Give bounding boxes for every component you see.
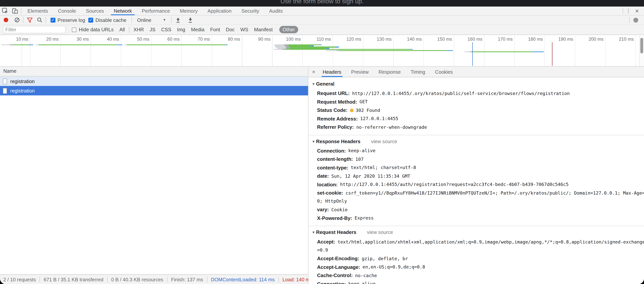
header-value: text/html; charset=utf-8 — [351, 165, 416, 170]
divider — [167, 276, 167, 282]
waterfall-bar-waiting_ttfb — [290, 48, 326, 49]
filter-type-img[interactable]: Img — [177, 27, 185, 33]
tab-audits[interactable]: Audits — [266, 7, 286, 15]
waterfall-bar-content_download — [29, 44, 33, 45]
request-headers-section-header[interactable]: ▾Request Headersview source — [312, 229, 644, 235]
filter-type-manifest[interactable]: Manifest — [254, 27, 272, 33]
header-value: http://127.0.0.1:4455/auth/registration?… — [340, 182, 568, 187]
settings-gear-icon[interactable] — [631, 16, 640, 24]
disable-cache-label: Disable cache — [96, 17, 126, 23]
header-row: Referrer Policy:no-referrer-when-downgra… — [317, 123, 644, 131]
divider — [171, 17, 172, 23]
tab-elements[interactable]: Elements — [25, 7, 51, 15]
divider — [623, 8, 623, 14]
triangle-down-icon: ▾ — [312, 82, 314, 86]
waterfall-bar-queueing — [276, 47, 286, 48]
details-tab-preview[interactable]: Preview — [350, 67, 370, 77]
tab-security[interactable]: Security — [239, 7, 262, 15]
header-row: Remote Address:127.0.0.1:4455 — [317, 115, 644, 123]
header-value: Sun, 12 Apr 2020 11:35:34 GMT — [332, 173, 410, 179]
details-tab-timing[interactable]: Timing — [410, 67, 426, 77]
waterfall-overview — [0, 35, 639, 66]
details-tab-response[interactable]: Response — [378, 67, 402, 77]
header-row: X-Powered-By:Express — [317, 214, 644, 222]
network-filter-bar: Hide data URLs All XHR JS CSS Img Media … — [0, 25, 644, 35]
waterfall-bar-queueing — [275, 44, 284, 45]
filter-type-css[interactable]: CSS — [161, 27, 171, 33]
waterfall-bar-stalled — [282, 49, 286, 50]
tab-console[interactable]: Console — [55, 7, 79, 15]
preserve-log-checkbox[interactable]: ✓ — [50, 18, 56, 23]
divider — [629, 17, 630, 23]
close-devtools-icon[interactable]: × — [632, 7, 642, 15]
header-row: Request Method:GET — [317, 98, 644, 106]
waterfall-bar-waiting_ttfb — [127, 44, 225, 45]
request-row-selected[interactable]: registration — [0, 86, 308, 95]
tab-performance[interactable]: Performance — [139, 7, 173, 15]
triangle-down-icon: ▾ — [312, 230, 314, 234]
request-headers-rows: Accept:text/html,application/xhtml+xml,a… — [312, 238, 644, 284]
tab-application[interactable]: Application — [204, 7, 234, 15]
response-headers-section-header[interactable]: ▾Response Headersview source — [312, 138, 644, 144]
summary-load: Load: 140 ms — [282, 276, 312, 282]
waterfall-bar-stalled — [286, 48, 290, 49]
header-key: content-type: — [317, 165, 348, 171]
waterfall-bar-waiting_ttfb — [38, 44, 116, 45]
filter-input[interactable] — [3, 26, 66, 33]
disable-cache-checkbox[interactable]: ✓ — [88, 18, 94, 23]
waterfall-bar-waiting_ttfb — [472, 51, 532, 52]
inspect-element-icon[interactable] — [0, 7, 10, 15]
search-icon[interactable] — [34, 16, 44, 24]
network-summary-bar: 2 / 10 requests 671 B / 35.1 KB transfer… — [0, 274, 308, 284]
request-headers-title: Request Headers — [316, 229, 356, 235]
waterfall-bar-content_download — [225, 44, 228, 45]
record-button[interactable] — [4, 18, 8, 22]
header-row: set-cookie:csrf_token=y1//BqpRxuFY8Hw418… — [317, 189, 644, 197]
divider — [278, 276, 279, 282]
device-toolbar-icon[interactable] — [10, 7, 20, 15]
network-overview[interactable]: 10 ms20 ms30 ms40 ms50 ms60 ms70 ms80 ms… — [0, 35, 644, 67]
filter-type-media[interactable]: Media — [191, 27, 204, 33]
close-details-icon[interactable]: × — [312, 69, 315, 75]
header-key: Accept-Language: — [317, 264, 360, 270]
divider — [131, 17, 132, 23]
export-har-icon[interactable] — [185, 16, 195, 24]
import-har-icon[interactable] — [173, 16, 183, 24]
filter-type-all[interactable]: All — [120, 27, 125, 33]
document-icon — [3, 88, 7, 94]
filter-type-doc[interactable]: Doc — [226, 27, 234, 33]
more-options-icon[interactable]: ⋮ — [624, 8, 632, 14]
filter-type-xhr[interactable]: XHR — [134, 27, 144, 33]
waterfall-bar-stalled — [337, 50, 340, 51]
triangle-down-icon: ▾ — [312, 139, 314, 143]
general-rows: Request URL:http://127.0.0.1:4455/.ory/k… — [312, 89, 644, 131]
filter-type-font[interactable]: Font — [210, 27, 220, 33]
request-row[interactable]: registration — [0, 77, 308, 86]
tab-sources[interactable]: Sources — [83, 7, 107, 15]
details-tab-cookies[interactable]: Cookies — [434, 67, 454, 77]
filter-type-js[interactable]: JS — [150, 27, 156, 33]
filter-icon[interactable] — [25, 16, 34, 24]
view-source-link[interactable]: view source — [371, 138, 397, 144]
waterfall-bar-waiting_ttfb — [288, 45, 310, 47]
waterfall-bar-waiting_ttfb — [286, 49, 410, 50]
filter-type-other[interactable]: Other — [279, 26, 298, 33]
hide-data-urls-checkbox[interactable] — [72, 28, 76, 32]
header-key: Connection: — [317, 281, 346, 284]
tab-network[interactable]: Network — [111, 7, 135, 15]
header-row: location:http://127.0.0.1:4455/auth/regi… — [317, 180, 644, 189]
overview-scrollbar-thumb[interactable] — [640, 38, 643, 53]
details-tab-headers[interactable]: Headers — [322, 67, 342, 77]
header-value: =0.9 — [317, 248, 328, 253]
overview-scrollbar[interactable] — [639, 35, 644, 66]
waterfall-bar-waiting_ttfb — [13, 44, 29, 45]
throttling-select[interactable]: Online ▼ — [137, 17, 166, 23]
column-header-name[interactable]: Name — [0, 67, 308, 76]
clear-icon[interactable] — [12, 16, 22, 24]
page-content-strip: Use the form below to sign up. — [0, 0, 644, 7]
filter-type-ws[interactable]: WS — [240, 27, 248, 33]
tab-memory[interactable]: Memory — [177, 7, 200, 15]
general-section-header[interactable]: ▾General — [312, 81, 644, 87]
waterfall-bar-content_download — [335, 47, 339, 48]
view-source-link[interactable]: view source — [367, 229, 393, 235]
